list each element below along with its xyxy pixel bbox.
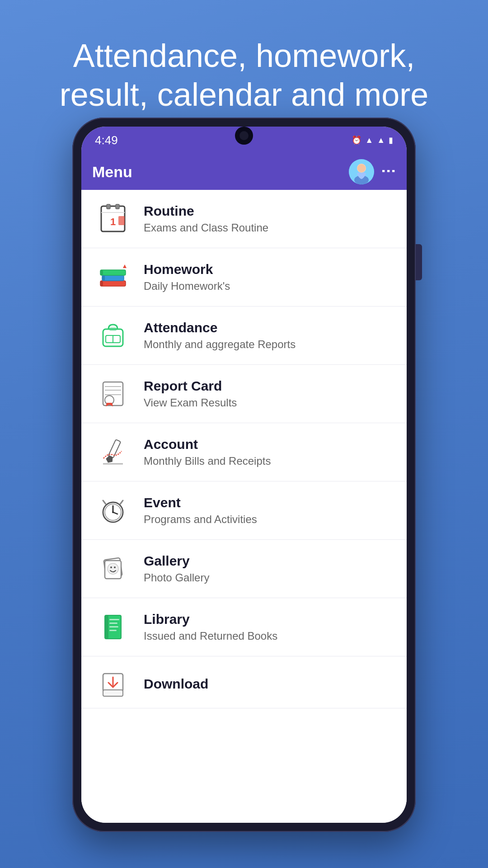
phone-screen: 4:49 ⏰ ▲ ▲ ▮ Menu — [81, 127, 407, 823]
svg-rect-39 — [105, 615, 108, 639]
svg-rect-14 — [102, 275, 105, 281]
phone-frame: 4:49 ⏰ ▲ ▲ ▮ Menu — [72, 118, 416, 832]
menu-item-download[interactable]: Download — [81, 656, 407, 708]
svg-rect-43 — [109, 630, 117, 631]
svg-marker-16 — [123, 264, 127, 268]
menu-item-routine[interactable]: 1 Routine Exams and Class Routine — [81, 190, 407, 248]
svg-text:1: 1 — [110, 216, 116, 227]
phone-mockup: 4:49 ⏰ ▲ ▲ ▮ Menu — [72, 118, 416, 832]
routine-subtitle: Exams and Class Routine — [144, 222, 268, 234]
svg-rect-5 — [107, 204, 110, 209]
battery-icon: ⏰ — [352, 135, 361, 145]
svg-rect-11 — [102, 275, 124, 281]
hero-text: Attendance, homework, result, calendar a… — [0, 0, 488, 132]
menu-item-library[interactable]: Library Issued and Returned Books — [81, 598, 407, 656]
menu-item-homework[interactable]: Homework Daily Homework's — [81, 248, 407, 307]
svg-rect-6 — [116, 204, 119, 209]
status-time: 4:49 — [95, 133, 118, 147]
svg-point-30 — [112, 511, 114, 513]
event-subtitle: Programs and Activities — [144, 513, 257, 526]
routine-title: Routine — [144, 203, 268, 219]
status-icons: ⏰ ▲ ▲ ▮ — [352, 135, 393, 145]
report-card-subtitle: View Exam Results — [144, 396, 237, 409]
battery-level-icon: ▮ — [389, 135, 393, 145]
svg-rect-15 — [100, 270, 103, 275]
account-icon — [95, 434, 131, 470]
svg-rect-40 — [109, 619, 119, 620]
homework-subtitle: Daily Homework's — [144, 280, 230, 292]
event-title: Event — [144, 495, 257, 510]
svg-point-3 — [357, 164, 366, 172]
app-bar: Menu ⋮ — [81, 154, 407, 190]
event-icon — [95, 492, 131, 528]
svg-rect-10 — [100, 281, 126, 286]
svg-point-37 — [114, 566, 116, 568]
attendance-icon — [95, 317, 131, 354]
attendance-text: Attendance Monthly and aggregate Reports — [144, 320, 296, 351]
homework-text: Homework Daily Homework's — [144, 262, 230, 292]
menu-item-gallery[interactable]: Gallery Photo Gallery — [81, 540, 407, 598]
menu-item-account[interactable]: Account Monthly Bills and Receipts — [81, 423, 407, 481]
event-text: Event Programs and Activities — [144, 495, 257, 526]
library-icon — [95, 609, 131, 645]
svg-rect-18 — [109, 327, 117, 331]
menu-item-attendance[interactable]: Attendance Monthly and aggregate Reports — [81, 307, 407, 365]
download-icon — [95, 667, 131, 703]
svg-rect-46 — [103, 690, 123, 696]
homework-icon — [95, 259, 131, 295]
homework-title: Homework — [144, 262, 230, 277]
svg-line-31 — [103, 500, 106, 504]
account-title: Account — [144, 437, 271, 452]
svg-rect-41 — [109, 623, 117, 624]
more-options-icon[interactable]: ⋮ — [381, 164, 396, 179]
svg-rect-13 — [100, 281, 103, 286]
account-subtitle: Monthly Bills and Receipts — [144, 455, 271, 467]
avatar[interactable] — [349, 159, 374, 184]
gallery-title: Gallery — [144, 553, 209, 569]
app-bar-title: Menu — [92, 163, 349, 181]
download-text: Download — [144, 676, 208, 694]
svg-rect-9 — [118, 216, 125, 225]
camera-notch — [235, 127, 253, 145]
menu-item-event[interactable]: Event Programs and Activities — [81, 481, 407, 540]
svg-rect-12 — [100, 270, 126, 275]
gallery-subtitle: Photo Gallery — [144, 571, 209, 584]
gallery-icon — [95, 551, 131, 587]
routine-icon: 1 — [95, 201, 131, 237]
menu-list: 1 Routine Exams and Class Routine — [81, 190, 407, 823]
attendance-title: Attendance — [144, 320, 296, 335]
download-title: Download — [144, 676, 208, 692]
report-card-title: Report Card — [144, 378, 237, 394]
wifi-icon: ▲ — [365, 136, 373, 145]
attendance-subtitle: Monthly and aggregate Reports — [144, 338, 296, 351]
gallery-text: Gallery Photo Gallery — [144, 553, 209, 584]
svg-rect-42 — [109, 626, 118, 627]
library-title: Library — [144, 612, 277, 627]
report-card-icon — [95, 376, 131, 412]
library-subtitle: Issued and Returned Books — [144, 630, 277, 642]
account-text: Account Monthly Bills and Receipts — [144, 437, 271, 467]
menu-item-report-card[interactable]: Report Card View Exam Results — [81, 365, 407, 423]
signal-icon: ▲ — [377, 136, 385, 145]
svg-line-32 — [120, 500, 123, 504]
library-text: Library Issued and Returned Books — [144, 612, 277, 642]
routine-text: Routine Exams and Class Routine — [144, 203, 268, 234]
report-card-text: Report Card View Exam Results — [144, 378, 237, 409]
svg-point-36 — [110, 566, 112, 568]
svg-point-35 — [108, 563, 118, 574]
